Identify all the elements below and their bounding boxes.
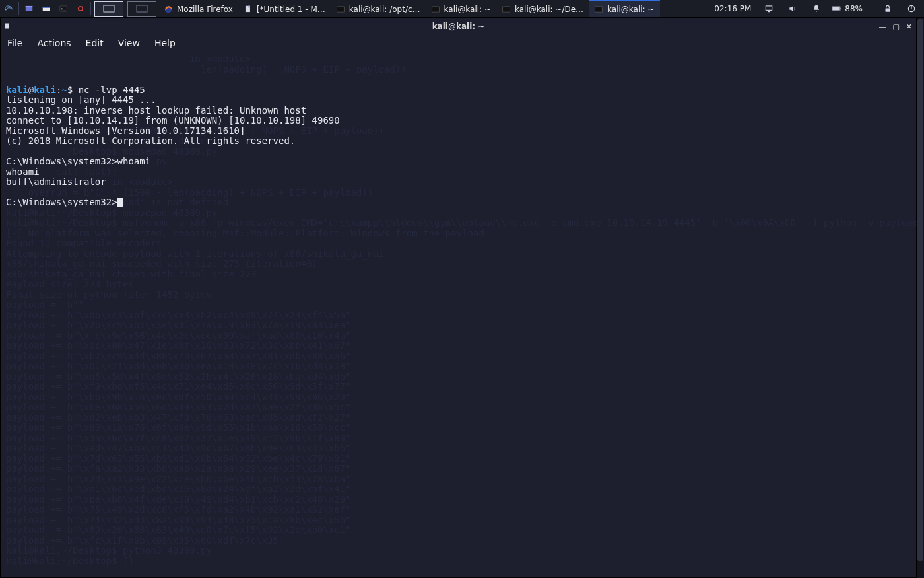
burp-launcher-icon[interactable]: [72, 0, 89, 18]
firefox-icon: [164, 5, 173, 14]
svg-rect-13: [337, 7, 345, 12]
terminal-output: kali@kali:~$ nc -lvp 4445 listening on […: [6, 85, 911, 208]
terminal-icon: [336, 5, 345, 14]
task-firefox[interactable]: Mozilla Firefox: [158, 0, 238, 17]
menu-actions[interactable]: Actions: [37, 38, 71, 48]
doc-icon: [244, 5, 253, 14]
terminal-icon: [502, 5, 511, 14]
power-icon[interactable]: [903, 0, 920, 18]
svg-rect-14: [432, 7, 439, 12]
svg-rect-8: [104, 5, 114, 12]
menu-view[interactable]: View: [118, 38, 140, 48]
volume-icon[interactable]: [784, 0, 801, 18]
task-label: [*Untitled 1 - M…: [257, 5, 325, 14]
menu-edit[interactable]: Edit: [86, 38, 104, 48]
task-term-home2[interactable]: kali@kali: ~: [589, 0, 659, 17]
svg-rect-21: [886, 8, 890, 11]
svg-rect-23: [5, 24, 9, 29]
task-label: kali@kali: ~/De…: [515, 5, 583, 14]
task-label: kali@kali: ~: [444, 5, 491, 14]
battery-pct: 88%: [845, 4, 863, 13]
top-panel: >_ Mozilla Firefox [*Untitled 1 - M… kal…: [0, 0, 924, 18]
terminal-launcher-icon[interactable]: >_: [55, 0, 72, 18]
scrollbar-thumb[interactable]: [917, 19, 923, 561]
maximize-button[interactable]: ▢: [892, 22, 899, 31]
scrollbar[interactable]: [917, 18, 924, 578]
svg-rect-17: [766, 6, 772, 10]
svg-rect-15: [503, 7, 510, 12]
clock[interactable]: 02:16 PM: [711, 4, 754, 13]
workspace-2[interactable]: [127, 1, 156, 17]
workspace-1[interactable]: [94, 1, 123, 17]
svg-rect-16: [595, 7, 603, 12]
task-label: kali@kali: /opt/c…: [349, 5, 420, 14]
svg-rect-19: [841, 8, 842, 9]
svg-point-7: [79, 7, 82, 11]
battery-indicator[interactable]: 88%: [832, 4, 863, 13]
titlebar[interactable]: kali@kali: ~ — ▢ ✕: [1, 18, 916, 34]
file-manager-icon[interactable]: [38, 0, 55, 18]
panel-tray: 02:16 PM 88%: [711, 0, 924, 17]
terminal-window: kali@kali: ~ — ▢ ✕ File Actions Edit Vie…: [0, 18, 917, 578]
terminal-icon: [431, 5, 440, 14]
svg-rect-9: [137, 5, 147, 12]
show-desktop-icon[interactable]: [20, 0, 38, 18]
task-term-desktop[interactable]: kali@kali: ~/De…: [496, 0, 589, 17]
task-editor[interactable]: [*Untitled 1 - M…: [238, 0, 331, 17]
separator: [871, 2, 871, 15]
task-label: kali@kali: ~: [607, 5, 654, 14]
lock-icon[interactable]: [879, 0, 896, 18]
svg-rect-20: [833, 7, 840, 11]
kali-menu-icon[interactable]: [0, 0, 17, 18]
window-buttons: — ▢ ✕: [878, 22, 916, 31]
close-button[interactable]: ✕: [906, 22, 912, 31]
svg-rect-3: [43, 7, 50, 8]
task-label: Mozilla Firefox: [177, 5, 233, 14]
menubar: File Actions Edit View Help: [1, 34, 916, 52]
window-icon: [1, 22, 14, 31]
notifications-icon[interactable]: [808, 0, 825, 18]
task-term-opt[interactable]: kali@kali: /opt/c…: [331, 0, 426, 17]
terminal-body[interactable]: , in <module> len(padding) NOPS + EIP + …: [1, 52, 916, 577]
task-term-home1[interactable]: kali@kali: ~: [426, 0, 496, 17]
separator: [18, 2, 19, 15]
svg-rect-1: [26, 6, 33, 7]
menu-help[interactable]: Help: [154, 38, 176, 48]
panel-launchers: >_: [0, 0, 158, 17]
svg-rect-12: [248, 6, 250, 8]
monitor-icon[interactable]: [760, 0, 777, 18]
separator: [90, 2, 91, 15]
window-title: kali@kali: ~: [432, 22, 485, 31]
taskbar: Mozilla Firefox [*Untitled 1 - M… kali@k…: [158, 0, 711, 17]
terminal-icon: [594, 5, 603, 14]
minimize-button[interactable]: —: [878, 22, 886, 31]
menu-file[interactable]: File: [7, 38, 22, 48]
